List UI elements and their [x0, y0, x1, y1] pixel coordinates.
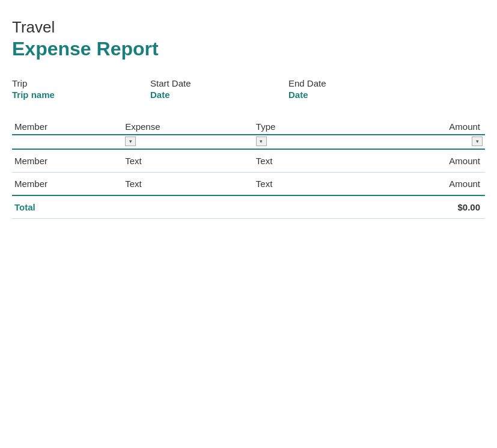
total-value: $0.00: [394, 195, 485, 219]
row1-member[interactable]: Member: [12, 149, 123, 173]
start-date-value[interactable]: Date: [150, 90, 288, 100]
trip-info-section: Trip Trip name Start Date Date End Date …: [12, 78, 485, 100]
type-dropdown[interactable]: ▾: [256, 137, 267, 146]
page-container: Travel Expense Report Trip Trip name Sta…: [12, 18, 485, 219]
filter-expense-cell: ▾: [123, 135, 254, 149]
end-date-value[interactable]: Date: [288, 90, 427, 100]
row1-amount[interactable]: Amount: [394, 149, 485, 173]
start-date-col: Start Date Date: [150, 78, 288, 100]
filter-type-cell: ▾: [254, 135, 394, 149]
col-header-member: Member: [12, 118, 123, 135]
end-date-col: End Date Date: [288, 78, 427, 100]
row2-type[interactable]: Text: [254, 173, 394, 196]
row2-member[interactable]: Member: [12, 173, 123, 196]
col-header-type: Type: [254, 118, 394, 135]
expense-table: Member Expense Type Amount ▾ ▾: [12, 118, 485, 219]
trip-col: Trip Trip name: [12, 78, 150, 100]
filter-amount-cell: ▾: [394, 135, 485, 149]
travel-title: Travel: [12, 18, 485, 37]
table-row: Member Text Text Amount: [12, 173, 485, 196]
expense-dropdown[interactable]: ▾: [125, 137, 136, 146]
trip-label: Trip: [12, 78, 150, 88]
start-date-label: Start Date: [150, 78, 288, 88]
row1-type[interactable]: Text: [254, 149, 394, 173]
row1-expense[interactable]: Text: [123, 149, 254, 173]
total-label: Total: [12, 195, 123, 219]
total-empty-type: [254, 195, 394, 219]
trip-value[interactable]: Trip name: [12, 90, 150, 100]
col-header-amount: Amount: [394, 118, 485, 135]
total-row: Total $0.00: [12, 195, 485, 219]
total-empty-expense: [123, 195, 254, 219]
expense-report-title: Expense Report: [12, 38, 485, 60]
filter-member-cell: [12, 135, 123, 149]
amount-dropdown[interactable]: ▾: [472, 137, 483, 146]
table-header-row: Member Expense Type Amount: [12, 118, 485, 135]
table-row: Member Text Text Amount: [12, 149, 485, 173]
end-date-label: End Date: [288, 78, 427, 88]
row2-expense[interactable]: Text: [123, 173, 254, 196]
table-filter-row: ▾ ▾ ▾: [12, 135, 485, 149]
col-header-expense: Expense: [123, 118, 254, 135]
row2-amount[interactable]: Amount: [394, 173, 485, 196]
